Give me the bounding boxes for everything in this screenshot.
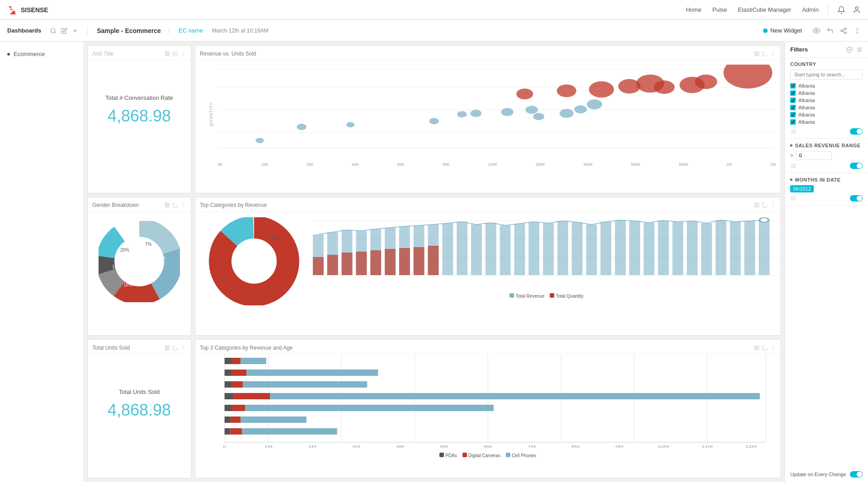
months-filter-title[interactable]: ▸ Months in Date <box>790 177 863 183</box>
scatter-title: Revenue vs. Units Sold <box>200 51 256 57</box>
total-units-title: Total Units Sold <box>92 345 130 351</box>
sales-revenue-toggle[interactable] <box>850 163 863 169</box>
svg-text:3M: 3M <box>352 445 360 449</box>
svg-point-65 <box>184 206 184 207</box>
svg-rect-116 <box>615 220 626 275</box>
svg-point-44 <box>533 113 544 120</box>
country-filter-toggle[interactable] <box>850 128 863 135</box>
edit-icon[interactable] <box>61 28 67 34</box>
svg-text:10M: 10M <box>658 445 669 449</box>
topcats-action2[interactable] <box>762 202 768 208</box>
nav-home[interactable]: Home <box>686 6 702 13</box>
svg-point-48 <box>429 118 439 124</box>
gender-action2[interactable] <box>173 202 178 208</box>
gender-action3[interactable] <box>181 202 186 208</box>
filter-checkbox-albania-1[interactable] <box>790 83 796 89</box>
share-icon[interactable] <box>840 27 847 34</box>
undo-icon[interactable] <box>826 27 834 34</box>
month-tag[interactable]: 06/2012 <box>790 185 814 192</box>
filter-item-albania-5: Albania <box>790 111 863 118</box>
nav-elasticube-manager[interactable]: ElastiCube Manager <box>738 6 791 13</box>
svg-point-7 <box>844 28 846 29</box>
top3-action3[interactable] <box>770 345 776 351</box>
top3-action1[interactable] <box>754 345 760 351</box>
filter-checkbox-albania-5[interactable] <box>790 112 796 117</box>
filters-add-icon[interactable] <box>846 47 853 53</box>
sales-revenue-filter-section: ▸ SALES REVENUE RANGE > <box>785 139 868 173</box>
user-icon[interactable] <box>853 6 861 14</box>
ec-name[interactable]: EC name <box>179 27 203 34</box>
svg-point-40 <box>346 122 355 127</box>
sales-revenue-action[interactable] <box>790 163 797 169</box>
svg-rect-107 <box>486 223 496 275</box>
scatter-action1[interactable] <box>754 51 760 56</box>
bell-icon[interactable] <box>837 6 845 14</box>
filter-label-albania-1: Albania <box>798 83 815 89</box>
svg-rect-22 <box>755 51 757 53</box>
kpi1-action1[interactable] <box>165 51 170 56</box>
svg-rect-24 <box>755 54 757 56</box>
svg-point-41 <box>470 110 481 117</box>
nav-pulse[interactable]: Pulse <box>712 6 727 13</box>
total-units-action2[interactable] <box>173 345 178 351</box>
scatter-widget: Revenue vs. Units Sold QUANTITY <box>195 45 781 193</box>
nav-admin[interactable]: Admin <box>802 6 819 13</box>
kpi1-widget: Add Title Total # Conversation Rate 4,86… <box>87 45 191 193</box>
country-search-input[interactable] <box>790 70 863 80</box>
months-action[interactable] <box>790 195 797 201</box>
filter-checkbox-albania-3[interactable] <box>790 98 796 103</box>
filter-item-albania-3: Albania <box>790 97 863 104</box>
svg-text:6M: 6M <box>484 445 492 449</box>
sidebar-item-ecommerce[interactable]: Ecommerce <box>0 47 83 61</box>
svg-point-54 <box>654 80 675 94</box>
scatter-action3[interactable] <box>770 51 776 56</box>
filters-menu-icon[interactable] <box>856 47 863 53</box>
add-icon[interactable] <box>72 28 78 34</box>
kpi1-action3[interactable] <box>181 51 186 56</box>
filter-checkbox-albania-2[interactable] <box>790 90 796 96</box>
filter-checkbox-albania-4[interactable] <box>790 105 796 110</box>
toolbar: Dashboards Sample - Ecommerce | EC name … <box>0 20 868 42</box>
kpi1-action2[interactable] <box>173 51 178 56</box>
top3-legend-digital-cameras: Digital Cameras <box>468 453 500 458</box>
svg-point-50 <box>557 84 576 97</box>
new-widget-button[interactable]: New Widget <box>763 27 802 34</box>
view-toggle-icon[interactable] <box>813 27 820 34</box>
scatter-action2[interactable] <box>762 51 768 56</box>
top3-action2[interactable] <box>762 345 768 351</box>
filters-header-actions <box>846 47 863 53</box>
svg-rect-184 <box>241 416 307 423</box>
svg-point-85 <box>773 206 774 207</box>
svg-rect-25 <box>757 54 759 56</box>
dashboards-label: Dashboards <box>7 27 41 34</box>
gender-action1[interactable] <box>165 202 170 208</box>
top3-legend-pdas: PDAs <box>445 453 457 458</box>
months-toggle[interactable] <box>850 195 863 201</box>
svg-rect-119 <box>658 220 669 275</box>
total-units-action1[interactable] <box>165 345 170 351</box>
topcats-donut-svg: 87% 13% <box>209 217 299 305</box>
svg-rect-182 <box>225 416 231 423</box>
content-grid: Add Title Total # Conversation Rate 4,86… <box>84 42 784 482</box>
filter-label-albania-5: Albania <box>798 112 815 117</box>
topcats-action1[interactable] <box>754 202 760 208</box>
svg-text:13%: 13% <box>268 234 278 240</box>
top3-legend: PDAs Digital Cameras Cell Phones <box>195 453 780 458</box>
top-navigation: SISENSE Home Pulse ElastiCube Manager Ad… <box>0 0 868 20</box>
top3-body: 0-18 19-24 25-34 35-44 45-54 55-64 65+ <box>195 354 780 454</box>
topcats-action3[interactable] <box>770 202 776 208</box>
search-icon[interactable] <box>50 28 57 34</box>
country-filter-action[interactable] <box>790 128 797 135</box>
update-on-change-toggle[interactable] <box>850 471 863 477</box>
svg-rect-126 <box>759 220 769 275</box>
svg-point-1 <box>855 7 858 9</box>
more-icon[interactable] <box>854 27 861 34</box>
kpi1-actions <box>165 51 186 56</box>
svg-rect-110 <box>528 222 539 275</box>
topcats-line-svg <box>313 212 780 291</box>
sales-revenue-input[interactable] <box>796 151 832 160</box>
total-units-action3[interactable] <box>181 345 186 351</box>
filter-checkbox-albania-6[interactable] <box>790 119 796 125</box>
svg-point-51 <box>589 81 614 98</box>
svg-line-3 <box>55 32 56 33</box>
